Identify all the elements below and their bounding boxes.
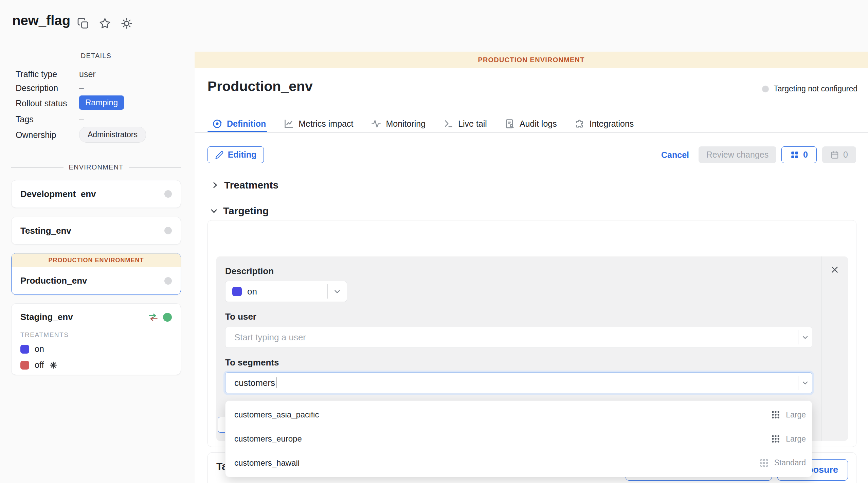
segment-size-icon-large xyxy=(771,410,780,419)
treatment-select-chevron xyxy=(327,284,347,299)
details-heading: DETAILS xyxy=(81,52,111,60)
puzzle-icon xyxy=(575,119,585,129)
close-icon xyxy=(830,265,839,274)
environment-section-header: ENVIRONMENT xyxy=(11,163,181,171)
editing-button[interactable]: Editing xyxy=(207,146,264,163)
schedule-count: 0 xyxy=(843,150,848,160)
production-environment-banner: PRODUCTION ENVIRONMENT xyxy=(12,253,181,267)
tab-integrations[interactable]: Integrations xyxy=(575,119,634,129)
scheduled-changes-button[interactable]: 0 xyxy=(822,146,856,163)
segment-option-europe[interactable]: customers_europe Large xyxy=(225,427,812,451)
favorite-button[interactable] xyxy=(98,16,112,31)
default-treatment-icon xyxy=(49,361,57,369)
gear-icon xyxy=(121,17,133,30)
env-card-development[interactable]: Development_env xyxy=(11,180,181,208)
to-segments-input-value[interactable]: customers xyxy=(225,378,275,388)
calendar-icon xyxy=(830,150,839,159)
metrics-chart-icon xyxy=(284,119,294,129)
text-caret xyxy=(276,377,276,388)
traffic-type-value: user xyxy=(79,69,96,79)
ownership-label: Ownership xyxy=(16,130,56,140)
tags-value: – xyxy=(79,114,84,124)
environment-title: Production_env xyxy=(207,78,313,94)
to-segments-combobox[interactable]: customers xyxy=(225,372,812,393)
env-status-dot xyxy=(164,227,172,234)
treatment-on-swatch xyxy=(20,345,29,354)
ownership-badge: Administrators xyxy=(79,127,146,143)
details-section-header: DETAILS xyxy=(11,52,181,60)
rule-divider xyxy=(821,256,822,441)
description-value: – xyxy=(79,83,84,93)
env-card-production[interactable]: PRODUCTION ENVIRONMENT Production_env xyxy=(11,253,181,295)
to-segments-label: To segments xyxy=(225,357,279,368)
env-card-testing[interactable]: Testing_env xyxy=(11,217,181,245)
review-changes-button[interactable]: Review changes xyxy=(699,146,776,163)
to-user-label: To user xyxy=(225,311,256,322)
treatment-off-swatch xyxy=(20,361,29,370)
treatments-heading: TREATMENTS xyxy=(20,331,172,339)
description-field-label: Description xyxy=(225,266,274,276)
grid-icon xyxy=(790,150,799,159)
feature-flag-page: new_flag DETAILS Traffic type user Descr… xyxy=(0,0,868,483)
tab-monitoring[interactable]: Monitoring xyxy=(371,119,426,129)
rollout-status-badge: Ramping xyxy=(79,95,124,110)
env-card-staging[interactable]: Staging_env TREATMENTS on off xyxy=(11,303,181,375)
segment-size-icon-large xyxy=(771,434,780,444)
change-count: 0 xyxy=(803,150,808,160)
copy-button[interactable] xyxy=(76,16,90,31)
star-icon xyxy=(99,17,111,30)
tab-metrics-impact[interactable]: Metrics impact xyxy=(284,119,353,129)
to-user-chevron[interactable] xyxy=(798,330,812,344)
segment-option-asia-pacific[interactable]: customers_asia_pacific Large xyxy=(225,403,812,427)
targeting-status: Targeting not configured xyxy=(762,84,857,93)
segment-size-icon-standard xyxy=(759,458,769,468)
tab-bar: Definition Metrics impact Monitoring Liv… xyxy=(212,115,634,132)
to-user-combobox xyxy=(225,327,812,348)
tab-definition[interactable]: Definition xyxy=(212,119,266,129)
segment-option-hawaii[interactable]: customers_hawaii Standard xyxy=(225,451,812,475)
status-dot xyxy=(762,86,769,92)
tags-label: Tags xyxy=(16,114,34,124)
treatment-select[interactable]: on xyxy=(225,281,347,302)
definition-target-icon xyxy=(212,119,222,129)
to-user-input[interactable] xyxy=(225,327,798,347)
tab-audit-logs[interactable]: Audit logs xyxy=(505,119,557,129)
traffic-type-label: Traffic type xyxy=(16,69,57,79)
env-status-dot-active xyxy=(163,313,172,322)
treatment-color-swatch xyxy=(232,287,242,296)
audit-log-icon xyxy=(505,119,515,129)
targeting-section-toggle[interactable]: Targeting xyxy=(210,205,269,217)
env-status-dot xyxy=(164,190,172,198)
segments-dropdown: customers_asia_pacific Large customers_e… xyxy=(225,400,812,477)
cancel-button[interactable]: Cancel xyxy=(659,150,691,160)
terminal-icon xyxy=(443,119,454,129)
environment-heading: ENVIRONMENT xyxy=(69,163,124,171)
settings-button[interactable] xyxy=(120,16,134,31)
treatment-select-value: on xyxy=(247,286,257,297)
pencil-icon xyxy=(215,150,224,159)
description-label: Description xyxy=(16,83,58,93)
pending-changes-button[interactable]: 0 xyxy=(781,146,817,163)
rollout-arrows-icon xyxy=(148,313,158,322)
chevron-right-icon xyxy=(211,181,219,190)
env-status-dot xyxy=(164,277,172,285)
to-segments-chevron[interactable] xyxy=(798,376,812,390)
chevron-down-icon xyxy=(210,207,218,215)
rollout-status-label: Rollout status xyxy=(16,99,67,108)
treatments-section-toggle[interactable]: Treatments xyxy=(211,179,278,191)
tabs-divider xyxy=(195,132,868,133)
tab-live-tail[interactable]: Live tail xyxy=(443,119,487,129)
remove-target-button[interactable] xyxy=(828,263,842,276)
production-environment-banner-main: PRODUCTION ENVIRONMENT xyxy=(195,52,868,68)
page-title: new_flag xyxy=(12,13,70,28)
copy-icon xyxy=(77,17,89,30)
pulse-icon xyxy=(371,119,381,129)
